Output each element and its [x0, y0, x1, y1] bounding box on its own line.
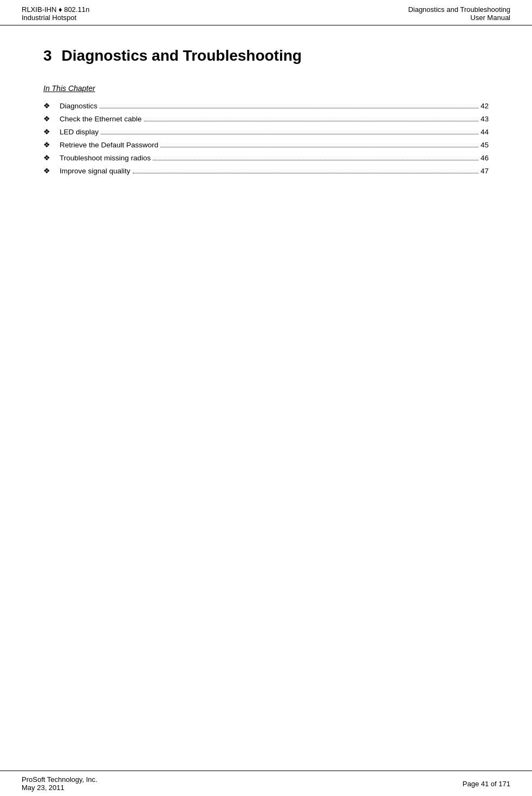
toc-bullet-icon: ❖: [43, 127, 54, 136]
toc-text-area: LED display44: [60, 128, 489, 136]
header-doc-type: User Manual: [470, 14, 510, 22]
toc-label: Check the Ethernet cable: [60, 115, 142, 123]
footer-left: ProSoft Technology, Inc. May 23, 2011: [22, 775, 98, 792]
toc-dots: [160, 147, 478, 147]
toc-page-number: 43: [481, 115, 489, 123]
page-header: RLXIB-IHN ♦ 802.11n Industrial Hotspot D…: [0, 0, 532, 25]
footer-page-number: Page 41 of 171: [463, 780, 510, 788]
toc-item: ❖Diagnostics42: [43, 101, 489, 110]
toc-item: ❖Retrieve the Default Password45: [43, 140, 489, 149]
toc-dots: [133, 173, 478, 173]
chapter-title-text: Diagnostics and Troubleshooting: [62, 47, 302, 64]
toc-bullet-icon: ❖: [43, 166, 54, 175]
in-this-chapter-label: In This Chapter: [43, 84, 489, 93]
header-right: Diagnostics and Troubleshooting User Man…: [408, 5, 510, 22]
toc-list: ❖Diagnostics42❖Check the Ethernet cable4…: [43, 101, 489, 175]
chapter-number: 3: [43, 47, 52, 64]
toc-dots: [153, 160, 478, 160]
toc-page-number: 45: [481, 141, 489, 149]
toc-label: Retrieve the Default Password: [60, 141, 158, 149]
header-chapter-title: Diagnostics and Troubleshooting: [408, 5, 510, 14]
header-left: RLXIB-IHN ♦ 802.11n Industrial Hotspot: [22, 5, 89, 22]
toc-bullet-icon: ❖: [43, 114, 54, 123]
toc-bullet-icon: ❖: [43, 140, 54, 149]
toc-dots: [144, 121, 478, 121]
toc-label: Troubleshoot missing radios: [60, 154, 151, 162]
toc-label: LED display: [60, 128, 99, 136]
toc-bullet-icon: ❖: [43, 153, 54, 162]
toc-page-number: 47: [481, 167, 489, 175]
toc-label: Diagnostics: [60, 102, 98, 110]
page-footer: ProSoft Technology, Inc. May 23, 2011 Pa…: [0, 771, 532, 796]
toc-label: Improve signal quality: [60, 167, 131, 175]
toc-item: ❖LED display44: [43, 127, 489, 136]
header-product-type: Industrial Hotspot: [22, 14, 89, 22]
toc-item: ❖Troubleshoot missing radios46: [43, 153, 489, 162]
header-product: RLXIB-IHN ♦ 802.11n: [22, 5, 89, 14]
chapter-title: 3Diagnostics and Troubleshooting: [43, 47, 489, 64]
footer-company: ProSoft Technology, Inc.: [22, 775, 98, 784]
toc-bullet-icon: ❖: [43, 101, 54, 110]
toc-dots: [101, 134, 478, 134]
toc-page-number: 42: [481, 102, 489, 110]
toc-item: ❖Improve signal quality47: [43, 166, 489, 175]
toc-page-number: 46: [481, 154, 489, 162]
toc-text-area: Improve signal quality47: [60, 167, 489, 175]
toc-text-area: Retrieve the Default Password45: [60, 141, 489, 149]
toc-item: ❖Check the Ethernet cable43: [43, 114, 489, 123]
toc-text-area: Diagnostics42: [60, 102, 489, 110]
footer-date: May 23, 2011: [22, 784, 98, 792]
toc-text-area: Troubleshoot missing radios46: [60, 154, 489, 162]
main-content: 3Diagnostics and Troubleshooting In This…: [0, 25, 532, 771]
toc-dots: [100, 108, 478, 108]
toc-page-number: 44: [481, 128, 489, 136]
page-container: RLXIB-IHN ♦ 802.11n Industrial Hotspot D…: [0, 0, 532, 796]
toc-text-area: Check the Ethernet cable43: [60, 115, 489, 123]
